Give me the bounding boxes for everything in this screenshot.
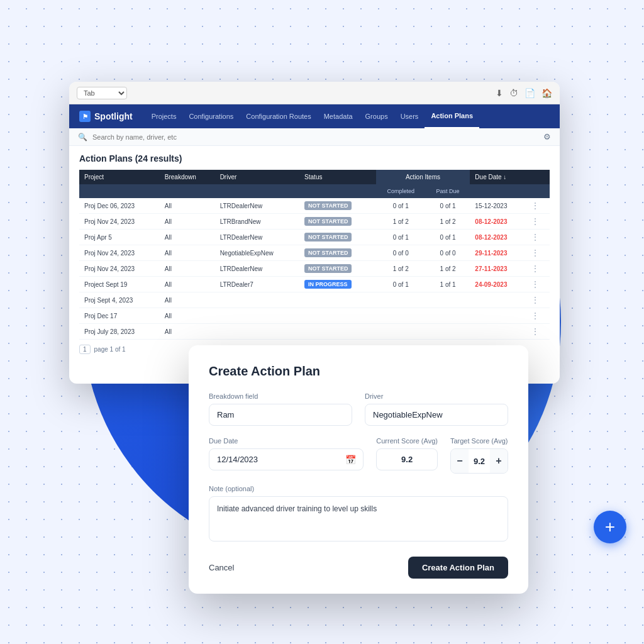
stepper-increase[interactable]: +: [490, 449, 508, 473]
cell-menu[interactable]: ⋮: [526, 277, 550, 292]
target-score-label: Target Score (Avg): [450, 437, 508, 445]
search-input[interactable]: [92, 133, 218, 141]
cell-status: IN PROGRESS: [299, 277, 376, 292]
search-icon: 🔍: [78, 133, 87, 142]
page-info: page 1 of 1: [94, 346, 126, 353]
nav-users[interactable]: Users: [394, 104, 425, 128]
target-score-value: 9.2: [469, 457, 490, 466]
app-navbar: ⚑ Spotlight Projects Configurations Conf…: [69, 104, 560, 128]
col-driver: Driver: [215, 170, 299, 184]
cancel-button[interactable]: Cancel: [209, 563, 234, 572]
cell-completed: 1 of 2: [376, 214, 426, 230]
note-label: Note (optional): [209, 485, 508, 492]
table-row: Proj Nov 24, 2023 All LTRBrandNew NOT ST…: [79, 214, 550, 230]
cell-menu[interactable]: ⋮: [526, 261, 550, 277]
cell-driver: LTRDealer7: [215, 277, 299, 292]
create-action-plan-modal: Create Action Plan Breakdown field Drive…: [189, 345, 528, 594]
stepper-decrease[interactable]: −: [451, 449, 469, 473]
cell-status: NOT STARTED: [299, 214, 376, 230]
modal-title: Create Action Plan: [209, 364, 508, 379]
current-score-value: 9.2: [376, 448, 438, 470]
cell-project: Proj Apr 5: [79, 230, 160, 245]
cell-menu[interactable]: ⋮: [526, 308, 550, 324]
driver-label: Driver: [365, 392, 508, 400]
cell-menu[interactable]: ⋮: [526, 324, 550, 340]
cell-project: Proj Sept 4, 2023: [79, 292, 160, 308]
cell-project: Proj Dec 06, 2023: [79, 198, 160, 214]
table-row: Proj Dec 17 All ⋮: [79, 308, 550, 324]
clock-icon: ⏱: [509, 88, 518, 98]
cell-menu[interactable]: ⋮: [526, 292, 550, 308]
home-icon: 🏠: [541, 88, 552, 98]
cell-completed: 1 of 2: [376, 261, 426, 277]
action-plans-table: Project Breakdown Driver Status Action I…: [79, 170, 550, 340]
cell-completed: [376, 324, 426, 340]
cell-menu[interactable]: ⋮: [526, 245, 550, 261]
fab-create-button[interactable]: +: [594, 511, 626, 543]
cell-due-date: 08-12-2023: [470, 230, 526, 245]
cell-past-due: 0 of 0: [426, 245, 470, 261]
cell-menu[interactable]: ⋮: [526, 230, 550, 245]
col-completed: Completed: [376, 184, 426, 198]
due-date-input[interactable]: [209, 448, 364, 470]
table-row: Project Sept 19 All LTRDealer7 IN PROGRE…: [79, 277, 550, 292]
browser-tab-select[interactable]: Tab: [77, 87, 127, 99]
nav-configurations[interactable]: Configurations: [182, 104, 240, 128]
table-row: Proj Dec 06, 2023 All LTRDealerNew NOT S…: [79, 198, 550, 214]
fab-plus-icon: +: [605, 517, 615, 537]
nav-action-plans[interactable]: Action Plans: [425, 104, 479, 128]
cell-past-due: 1 of 2: [426, 214, 470, 230]
table-content: Action Plans (24 results) Project Breakd…: [69, 146, 560, 362]
logo-icon: ⚑: [79, 111, 91, 122]
cell-driver: [215, 324, 299, 340]
cell-breakdown: All: [160, 308, 215, 324]
cell-past-due: 0 of 1: [426, 198, 470, 214]
cell-completed: 0 of 0: [376, 245, 426, 261]
cell-status: NOT STARTED: [299, 261, 376, 277]
cell-menu[interactable]: ⋮: [526, 198, 550, 214]
cell-breakdown: All: [160, 324, 215, 340]
nav-metadata[interactable]: Metadata: [318, 104, 359, 128]
note-textarea[interactable]: Initiate advanced driver training to lev…: [209, 496, 508, 541]
cell-breakdown: All: [160, 230, 215, 245]
note-field: Note (optional) Initiate advanced driver…: [209, 485, 508, 544]
cell-menu[interactable]: ⋮: [526, 214, 550, 230]
target-score-field: Target Score (Avg) − 9.2 +: [450, 437, 508, 474]
cell-due-date: [470, 324, 526, 340]
col-project: Project: [79, 170, 160, 184]
nav-groups[interactable]: Groups: [359, 104, 394, 128]
breakdown-input[interactable]: [209, 404, 352, 426]
cell-due-date: 08-12-2023: [470, 214, 526, 230]
modal-row-breakdown-driver: Breakdown field Driver: [209, 392, 508, 426]
create-action-plan-button[interactable]: Create Action Plan: [408, 557, 508, 579]
page-number: 1: [79, 345, 91, 354]
nav-configuration-routes[interactable]: Configuration Routes: [240, 104, 317, 128]
date-input-wrapper: 📅: [209, 448, 364, 470]
col-status: Status: [299, 170, 376, 184]
cell-due-date: 29-11-2023: [470, 245, 526, 261]
search-bar: 🔍 ⚙: [69, 128, 560, 146]
due-date-label: Due Date: [209, 437, 364, 445]
driver-input[interactable]: [365, 404, 508, 426]
cell-project: Proj Nov 24, 2023: [79, 261, 160, 277]
cell-driver: LTRDealerNew: [215, 198, 299, 214]
cell-breakdown: All: [160, 198, 215, 214]
modal-actions: Cancel Create Action Plan: [209, 557, 508, 579]
cell-completed: 0 of 1: [376, 198, 426, 214]
cell-past-due: 0 of 1: [426, 230, 470, 245]
cell-due-date: [470, 308, 526, 324]
cell-completed: 0 of 1: [376, 230, 426, 245]
browser-icons: ⬇ ⏱ 📄 🏠: [496, 88, 552, 98]
cell-breakdown: All: [160, 245, 215, 261]
cell-status: NOT STARTED: [299, 198, 376, 214]
nav-projects[interactable]: Projects: [145, 104, 183, 128]
file-icon: 📄: [525, 88, 535, 98]
logo-text: Spotlight: [94, 111, 133, 121]
cell-past-due: [426, 308, 470, 324]
breakdown-field: Breakdown field: [209, 392, 352, 426]
table-row: Proj Nov 24, 2023 All NegotiableExpNew N…: [79, 245, 550, 261]
cell-status: NOT STARTED: [299, 230, 376, 245]
cell-due-date: [470, 292, 526, 308]
filter-icon[interactable]: ⚙: [543, 132, 551, 142]
cell-breakdown: All: [160, 261, 215, 277]
